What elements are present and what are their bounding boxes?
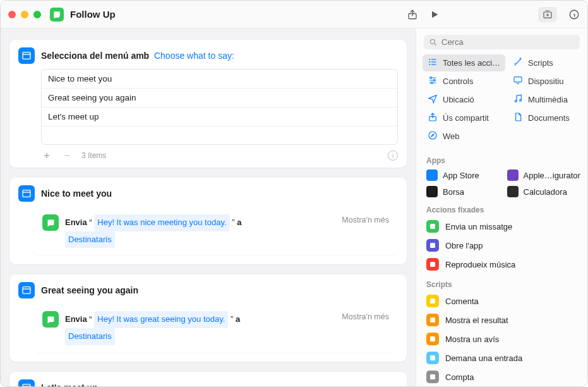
send-prefix: Envia xyxy=(65,218,87,227)
svg-point-15 xyxy=(515,101,517,102)
app-item[interactable]: Calculadora xyxy=(503,184,582,199)
menu-item[interactable]: Let's meet up xyxy=(42,108,397,126)
zoom-window-button[interactable] xyxy=(33,11,41,18)
category-item[interactable]: Web xyxy=(423,128,505,145)
add-item-button[interactable] xyxy=(41,150,52,161)
category-item[interactable]: Totes les acci… xyxy=(423,54,505,71)
menu-item[interactable]: Nice to meet you xyxy=(42,70,397,89)
run-icon[interactable] xyxy=(429,9,440,20)
app-label: Borsa xyxy=(443,187,464,197)
show-more-button[interactable]: Mostra'n més xyxy=(342,214,389,224)
action-info-icon[interactable]: i xyxy=(388,150,398,161)
library-icon[interactable] xyxy=(538,7,557,22)
svg-rect-22 xyxy=(430,298,435,304)
action-icon xyxy=(426,295,439,307)
action-item[interactable]: Compta xyxy=(423,367,581,386)
close-window-button[interactable] xyxy=(8,11,16,18)
category-item[interactable]: Controls xyxy=(423,73,505,90)
svg-rect-26 xyxy=(430,374,435,379)
category-label: Totes les acci… xyxy=(443,58,500,68)
choose-from-menu-action[interactable]: Selecciona del menú amb Choose what to s… xyxy=(9,40,407,168)
share-icon[interactable] xyxy=(407,9,418,20)
app-label: Apple…igurator xyxy=(524,171,580,180)
svg-point-18 xyxy=(429,132,436,139)
svg-point-9 xyxy=(429,61,430,63)
svg-rect-4 xyxy=(23,190,30,197)
action-item[interactable]: Envia un missatge xyxy=(423,217,581,236)
app-window: Follow Up xyxy=(0,0,588,387)
action-item[interactable]: Demana una entrada xyxy=(423,348,581,367)
category-label: Controls xyxy=(443,77,473,86)
menu-action-icon xyxy=(18,379,35,386)
action-item[interactable]: Mostra el resultat xyxy=(423,310,581,329)
action-item[interactable]: Obre l'app xyxy=(423,236,581,255)
svg-rect-20 xyxy=(430,243,435,248)
svg-point-12 xyxy=(433,80,435,82)
category-item[interactable]: Dispositiu xyxy=(508,73,581,90)
remove-item-button[interactable] xyxy=(61,150,73,161)
category-label: Dispositiu xyxy=(528,77,563,86)
category-label: Multimèdia xyxy=(528,95,568,104)
action-label: Mostra un avís xyxy=(445,335,499,344)
category-item[interactable]: Scripts xyxy=(508,54,581,71)
action-item[interactable]: Mostra un avís xyxy=(423,329,581,348)
action-item[interactable]: Reprodueix música xyxy=(423,255,581,274)
app-icon xyxy=(507,169,519,181)
recipients-token[interactable]: Destinataris xyxy=(65,328,115,345)
send-message-action[interactable]: Envia “ Hey! It was great seeing you tod… xyxy=(33,304,398,352)
search-input[interactable] xyxy=(441,37,575,47)
choose-prefix: Selecciona del menú amb xyxy=(41,51,149,61)
svg-point-8 xyxy=(429,59,430,60)
menu-branch[interactable]: Great seeing you again Envia “ Hey! It w… xyxy=(9,274,407,361)
apps-grid: App StoreApple…iguratorBorsaCalculadora xyxy=(416,168,587,199)
category-label: Ubicació xyxy=(443,95,474,104)
app-item[interactable]: App Store xyxy=(423,168,501,183)
info-icon[interactable] xyxy=(568,9,580,20)
menu-item[interactable]: Great seeing you again xyxy=(42,89,397,108)
show-more-button[interactable]: Mostra'n més xyxy=(342,311,389,321)
category-item[interactable]: Multimèdia xyxy=(508,91,581,108)
menu-branch[interactable]: Nice to meet you Envia “ Hey! It was nic… xyxy=(9,178,407,264)
action-item[interactable]: Comenta xyxy=(423,292,581,310)
svg-rect-14 xyxy=(514,77,522,82)
app-label: App Store xyxy=(443,171,479,180)
category-label: Scripts xyxy=(528,58,553,68)
doc-icon xyxy=(513,112,523,124)
minimize-window-button[interactable] xyxy=(21,11,28,18)
action-icon xyxy=(426,371,439,383)
messages-app-icon xyxy=(42,311,59,328)
svg-rect-25 xyxy=(430,355,435,360)
category-grid: Totes les acci…ScriptsControlsDispositiu… xyxy=(416,54,587,150)
app-item[interactable]: Borsa xyxy=(423,184,501,199)
section-scripts: Scripts xyxy=(416,274,587,292)
search-field[interactable] xyxy=(424,35,580,49)
action-label: Reprodueix música xyxy=(445,260,515,269)
choose-prompt-token[interactable]: Choose what to say: xyxy=(154,51,234,61)
action-label: Mostra el resultat xyxy=(445,316,508,325)
message-token[interactable]: Hey! It was nice meeting you today. xyxy=(94,214,229,231)
music-icon xyxy=(513,94,523,106)
action-icon xyxy=(426,239,439,252)
action-icon xyxy=(426,258,439,271)
action-label: Comenta xyxy=(445,297,479,306)
menu-item-empty[interactable] xyxy=(42,126,397,144)
send-message-action[interactable]: Envia “ Hey! It was nice meeting you tod… xyxy=(33,207,398,255)
category-item[interactable]: Ús compartit xyxy=(423,109,505,126)
branch-title: Nice to meet you xyxy=(41,188,112,199)
action-label: Obre l'app xyxy=(445,241,483,250)
item-count-label: 3 ítems xyxy=(81,151,106,160)
message-token[interactable]: Hey! It was great seeing you today. xyxy=(94,311,228,328)
location-icon xyxy=(428,94,438,106)
recipients-token[interactable]: Destinataris xyxy=(65,231,115,249)
choose-title: Selecciona del menú amb Choose what to s… xyxy=(41,51,234,61)
action-label: Demana una entrada xyxy=(445,353,522,363)
section-pinned: Accions fixades xyxy=(416,199,587,217)
pinned-actions-list: Envia un missatgeObre l'appReprodueix mú… xyxy=(416,217,587,274)
menu-branch[interactable]: Let's meet up xyxy=(9,372,407,386)
category-item[interactable]: Ubicació xyxy=(423,91,505,108)
svg-rect-21 xyxy=(430,262,435,267)
category-item[interactable]: Documents xyxy=(508,109,581,126)
svg-point-11 xyxy=(430,77,432,79)
menu-action-icon xyxy=(18,185,35,202)
app-item[interactable]: Apple…igurator xyxy=(503,168,582,183)
